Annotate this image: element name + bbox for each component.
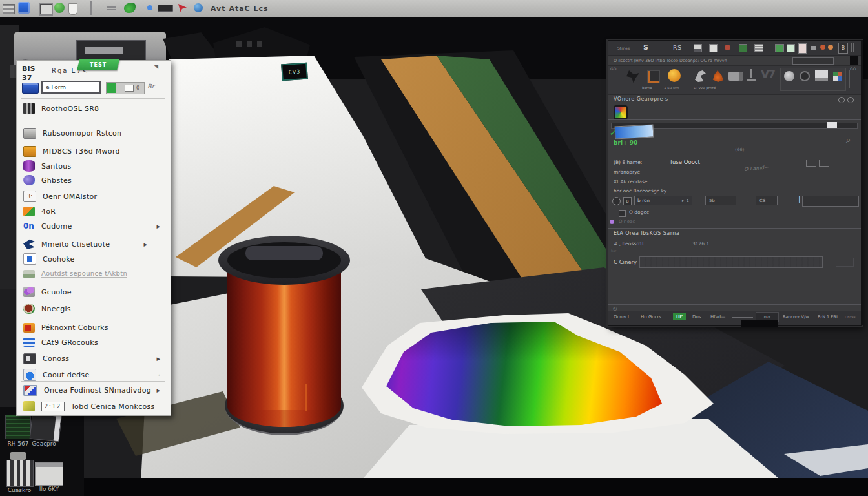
menu-glyph-bottom: 37 (22, 74, 32, 82)
status-hfvd[interactable]: Hfvd— (710, 315, 725, 320)
green-leaf-icon[interactable] (124, 3, 136, 13)
can-accent-line (305, 384, 307, 411)
name-label: (B) E hame: (614, 160, 642, 165)
radio-button[interactable] (612, 197, 621, 205)
status-dnxss[interactable]: Dnxss (845, 315, 856, 319)
status-ocnact[interactable]: Ocnact (614, 315, 630, 320)
pin-icon[interactable]: ◥ (154, 63, 158, 70)
render-row: Xt Ak rendase (614, 179, 648, 185)
panel-divider (608, 304, 861, 305)
dogec-checkbox[interactable] (619, 210, 626, 217)
crate-icon[interactable] (647, 70, 660, 83)
preview-thumbnail[interactable] (615, 124, 654, 139)
framed-color-icon (23, 385, 37, 396)
panel-top-icon-a[interactable] (694, 44, 702, 52)
status-dos[interactable]: Dos (692, 315, 701, 320)
menu-item-aoutdst[interactable]: Aoutdst sepounce tAkbtn (17, 266, 169, 282)
status-hngocrs[interactable]: Hn Gocrs (641, 315, 661, 320)
value-field-1-text: 5b (709, 198, 715, 203)
red-target-icon (23, 304, 35, 314)
desktop-icon-rh567[interactable] (5, 415, 31, 439)
name-mini-box-a[interactable] (806, 160, 816, 167)
zoom-circle-a[interactable] (838, 97, 845, 103)
panel-info-black-square[interactable] (850, 56, 858, 66)
menu-item-oenr[interactable]: 3:Oenr OMAlstor (17, 189, 169, 204)
magnifier-icon[interactable]: ⌕ (846, 135, 851, 145)
lens-icon[interactable] (800, 71, 810, 81)
status-hp-chip[interactable]: HP (673, 313, 686, 320)
panel-top-icon-amber-dot[interactable] (828, 45, 833, 50)
panel-top-icon-red-dot[interactable] (725, 45, 730, 50)
quality-row: hor ooc Raceoesge ky (614, 188, 666, 194)
menu-item-cat9[interactable]: CAt9 GRocouks (17, 335, 169, 350)
output-input[interactable] (639, 256, 823, 268)
menu-toggle[interactable]: 0 (106, 82, 145, 94)
panel-top-icon-b[interactable] (709, 44, 718, 52)
desktop-icon-ilo6ky[interactable] (35, 462, 63, 486)
menu-item-nnecgls[interactable]: Nnecgls (17, 301, 169, 316)
value-field-1[interactable]: 5b (705, 196, 736, 205)
framed-picture-icon[interactable] (39, 3, 53, 16)
menu-item-mfd8cs[interactable]: MfD8CS T36d Mword (17, 143, 169, 159)
menu-separator (21, 349, 165, 349)
menu-item-ghbstes[interactable]: Ghbstes (17, 172, 169, 188)
panel-top-icon-green2[interactable] (775, 44, 784, 52)
menu-item-4or[interactable]: 4oR (17, 203, 169, 219)
blue-document-icon[interactable] (18, 2, 30, 14)
stacked-cards-icon[interactable] (3, 4, 15, 14)
menu-separator (21, 98, 165, 99)
panel-top-icon-orange-dot[interactable] (820, 45, 825, 50)
b-checkbox[interactable]: B (623, 197, 632, 205)
output-side-button[interactable] (836, 258, 854, 267)
tripod-icon[interactable] (747, 69, 756, 82)
blue-globe-icon[interactable] (194, 3, 203, 12)
mini-slider[interactable] (849, 70, 850, 88)
timeline-handle[interactable] (827, 122, 837, 128)
red-canister[interactable] (216, 236, 352, 440)
menu-search-input[interactable]: e Form (41, 81, 101, 94)
keyboard-icon[interactable] (158, 5, 173, 12)
menu-item-oncea[interactable]: Oncea Fodinost SNmadivdog▸ (17, 382, 169, 398)
printer-icon[interactable] (815, 70, 828, 81)
camera-icon[interactable] (728, 72, 743, 81)
status-raocoor[interactable]: Raocoor V/w (783, 315, 809, 320)
menu-item-tobd[interactable]: 2:12Tobd Cenica Monkcoss (17, 398, 169, 414)
panel-top-icon-c[interactable] (754, 44, 763, 52)
menu-item-santous[interactable]: Santous (17, 158, 169, 174)
green-sphere-icon[interactable] (54, 3, 65, 13)
face-icon[interactable] (784, 71, 794, 81)
menu-item-mmeito[interactable]: Mmeito Ctisetuote▸ (17, 236, 169, 252)
panel-top-icon-mint[interactable] (787, 44, 795, 52)
menu-item-rubsoomopor[interactable]: Rubsoomopor Rstcon (17, 125, 169, 141)
zoom-circle-b[interactable] (847, 97, 854, 103)
panel-top-icon-green[interactable] (739, 44, 747, 52)
panel-info-input[interactable] (792, 57, 834, 65)
panel-top-icon-sq[interactable] (811, 46, 816, 50)
value-field-2[interactable]: CS (756, 196, 778, 205)
menu-item-peknoxnt[interactable]: Péknoxnt Coburks (17, 320, 169, 335)
cup-icon[interactable] (68, 3, 78, 15)
orange-sphere-icon[interactable] (668, 69, 681, 82)
equals-icon[interactable] (107, 6, 116, 10)
pixels-icon[interactable] (833, 72, 842, 81)
menu-item-roothoosl[interactable]: RoothoOSL SR8 (17, 101, 169, 116)
menu-item-cudome[interactable]: 0nCudome▸ (17, 218, 169, 234)
panel-top-icon-pink[interactable] (798, 43, 807, 54)
material-row-note: O Lamd— (744, 164, 770, 172)
menu-item-coohoke[interactable]: Coohoke (17, 251, 169, 267)
name-mini-box-b[interactable] (819, 160, 829, 167)
status-brn[interactable]: BrN 1 ERI (818, 315, 838, 320)
mode-dropdown[interactable]: b rcn ▸ 1 (634, 196, 692, 205)
menu-item-gcuoloe[interactable]: Gcuoloe (17, 284, 169, 300)
taskbar-divider (90, 1, 92, 15)
desktop-icon-cuaskro[interactable] (6, 460, 34, 487)
panel-top-b-box[interactable]: B (838, 43, 848, 54)
color-sphere-icon[interactable] (614, 105, 628, 119)
dogec-label[interactable]: O dogec (629, 209, 649, 215)
red-cursor-icon[interactable] (178, 4, 187, 12)
blue-dot-icon[interactable] (147, 5, 152, 10)
menu-item-conoss[interactable]: Conoss▸ (17, 351, 169, 366)
context-menu: BIS 37 Rga E7< TEST ◥ e Form 0 Br Rootho… (16, 60, 171, 416)
wide-field[interactable] (802, 196, 859, 207)
menu-item-coout[interactable]: Coout dedse· (17, 367, 169, 382)
